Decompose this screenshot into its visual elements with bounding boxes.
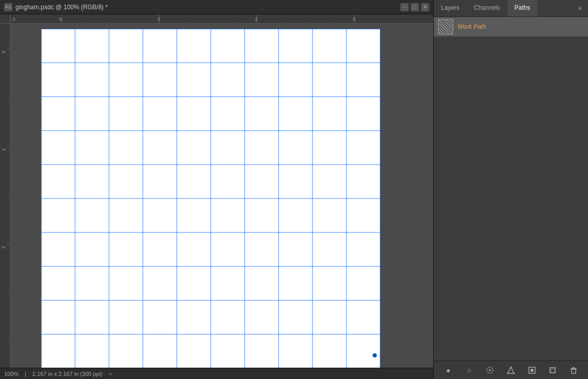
right-panel: Layers Channels Paths ≡ Work Path bbox=[434, 0, 588, 379]
tab-paths[interactable]: Paths bbox=[507, 0, 538, 16]
minimize-button[interactable]: ─ bbox=[400, 3, 409, 11]
zoom-level: 100% bbox=[4, 371, 19, 377]
document-dimensions: 2.167 in x 2.167 in (300 ppi) bbox=[32, 371, 102, 377]
panel-menu-button[interactable]: ≡ bbox=[576, 1, 588, 15]
svg-text:0: 0 bbox=[1, 50, 6, 53]
fill-path-button[interactable]: ● bbox=[442, 364, 454, 376]
svg-text:0: 0 bbox=[60, 16, 62, 22]
make-path-icon bbox=[507, 366, 515, 374]
load-as-selection-button[interactable] bbox=[484, 364, 496, 376]
document-canvas bbox=[41, 29, 380, 368]
tab-layers[interactable]: Layers bbox=[434, 0, 467, 16]
svg-point-56 bbox=[507, 372, 508, 374]
svg-text:2: 2 bbox=[255, 16, 258, 22]
svg-text:1: 1 bbox=[1, 148, 6, 151]
panel-header: Layers Channels Paths ≡ bbox=[434, 0, 588, 17]
make-work-path-button[interactable] bbox=[505, 364, 517, 376]
document-title: gingham.psdc @ 100% (RGB/8) * bbox=[15, 4, 108, 11]
app-icon-text: PS bbox=[5, 5, 11, 10]
path-thumbnail bbox=[438, 19, 453, 34]
path-item-work-path[interactable]: Work Path bbox=[434, 17, 588, 37]
vertical-ruler-svg: 0 1 2 bbox=[0, 24, 10, 368]
status-bar: 100% | 2.167 in x 2.167 in (300 ppi) > bbox=[0, 368, 433, 379]
svg-text:-1: -1 bbox=[11, 16, 15, 22]
canvas-scroll-area[interactable] bbox=[10, 24, 433, 368]
app-container: PS gingham.psdc @ 100% (RGB/8) * ─ □ ✕ - bbox=[0, 0, 588, 379]
svg-rect-48 bbox=[41, 29, 380, 368]
svg-text:1: 1 bbox=[157, 16, 160, 22]
delete-path-button[interactable] bbox=[567, 364, 580, 376]
svg-rect-61 bbox=[572, 369, 576, 373]
tab-channels[interactable]: Channels bbox=[467, 0, 507, 16]
panel-content: Work Path bbox=[434, 17, 588, 360]
add-mask-button[interactable] bbox=[526, 364, 538, 376]
svg-text:2: 2 bbox=[1, 246, 6, 248]
load-selection-icon bbox=[486, 366, 494, 374]
title-bar-left: PS gingham.psdc @ 100% (RGB/8) * bbox=[4, 3, 108, 11]
maximize-button[interactable]: □ bbox=[411, 3, 419, 11]
new-path-button[interactable] bbox=[546, 364, 559, 376]
status-separator: | bbox=[25, 371, 26, 377]
svg-rect-60 bbox=[551, 369, 555, 373]
ruler-row: -1 0 1 2 3 bbox=[0, 14, 433, 24]
canvas-grid bbox=[41, 29, 380, 368]
path-thumbnail-pattern bbox=[438, 20, 453, 34]
svg-marker-53 bbox=[508, 367, 514, 373]
new-path-icon bbox=[548, 366, 557, 374]
svg-point-58 bbox=[530, 369, 534, 372]
svg-point-49 bbox=[373, 353, 377, 357]
panel-footer: ● ○ bbox=[434, 360, 588, 379]
status-arrow[interactable]: > bbox=[108, 371, 112, 377]
add-mask-icon bbox=[528, 366, 536, 374]
canvas-area: PS gingham.psdc @ 100% (RGB/8) * ─ □ ✕ - bbox=[0, 0, 434, 379]
ruler-corner bbox=[0, 14, 10, 24]
title-bar: PS gingham.psdc @ 100% (RGB/8) * ─ □ ✕ bbox=[0, 0, 433, 14]
window-controls: ─ □ ✕ bbox=[400, 3, 429, 11]
delete-icon bbox=[569, 366, 578, 374]
svg-point-54 bbox=[510, 366, 511, 368]
vertical-ruler: 0 1 2 bbox=[0, 24, 10, 368]
close-button[interactable]: ✕ bbox=[421, 3, 429, 11]
canvas-wrapper: -1 0 1 2 3 bbox=[0, 14, 433, 368]
horizontal-ruler-svg: -1 0 1 2 3 bbox=[10, 14, 433, 23]
horizontal-ruler: -1 0 1 2 3 bbox=[10, 14, 433, 24]
canvas-row: 0 1 2 bbox=[0, 24, 433, 368]
path-name: Work Path bbox=[457, 23, 486, 30]
panel-tabs: Layers Channels Paths bbox=[434, 0, 537, 16]
stroke-path-button[interactable]: ○ bbox=[463, 364, 475, 376]
svg-point-55 bbox=[513, 372, 514, 374]
app-icon: PS bbox=[4, 3, 12, 11]
svg-text:3: 3 bbox=[353, 16, 355, 22]
